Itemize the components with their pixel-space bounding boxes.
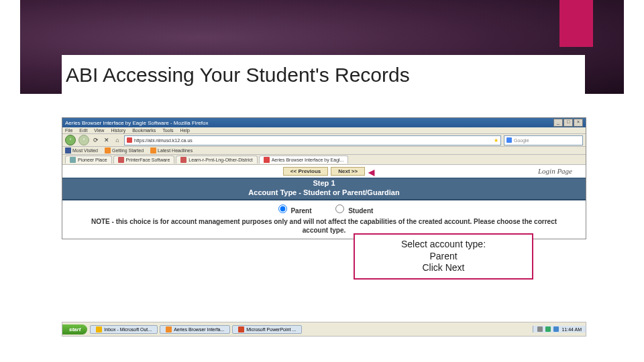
- windows-taskbar: start Inbox - Microsoft Out... Aeries Br…: [62, 322, 586, 337]
- favicon-icon: [127, 137, 132, 143]
- pager-row: << Previous Next >> ◀ Login Page: [62, 165, 586, 178]
- tab-4-active[interactable]: Aeries Browser Interface by Eagl...: [259, 156, 349, 164]
- rss-icon: [150, 147, 156, 154]
- address-bar[interactable]: https://abi.nlmusd.k12.ca.us ★: [124, 135, 501, 145]
- slide: ABI Accessing Your Student's Records Aer…: [0, 0, 644, 362]
- search-engine-icon: [506, 137, 512, 143]
- radio-parent-input[interactable]: [278, 204, 287, 213]
- browser-screenshot: Aeries Browser Interface by Eagle Softwa…: [62, 117, 586, 239]
- callout-line-1: Select account type:: [358, 239, 529, 251]
- tray-icon[interactable]: [545, 326, 551, 332]
- bookmark-latest-headlines[interactable]: Latest Headlines: [150, 147, 193, 154]
- back-icon[interactable]: ‹: [65, 135, 76, 145]
- callout-line-2: Parent: [358, 251, 529, 263]
- tray-icon[interactable]: [553, 326, 559, 332]
- menu-tools[interactable]: Tools: [162, 128, 173, 133]
- menu-edit[interactable]: Edit: [79, 128, 87, 133]
- forward-icon[interactable]: ›: [78, 135, 89, 145]
- accent-tab: [559, 0, 593, 47]
- stop-icon[interactable]: ✕: [103, 136, 111, 144]
- nav-toolbar: ‹ › ⟳ ✕ ⌂ https://abi.nlmusd.k12.ca.us ★…: [62, 134, 586, 147]
- clock: 11:44 AM: [561, 327, 582, 332]
- search-engine-label: Google: [514, 136, 529, 145]
- taskbar-item-powerpoint[interactable]: Microsoft PowerPoint ...: [232, 325, 302, 334]
- app-icon: [238, 326, 244, 333]
- window-title: Aeries Browser Interface by Eagle Softwa…: [65, 120, 208, 126]
- instruction-callout: Select account type: Parent Click Next: [354, 233, 533, 280]
- tab-icon: [180, 157, 186, 163]
- next-button[interactable]: Next >>: [331, 167, 365, 176]
- bookmark-star-icon[interactable]: ★: [494, 136, 498, 145]
- window-titlebar: Aeries Browser Interface by Eagle Softwa…: [62, 118, 586, 127]
- system-tray: 11:44 AM: [533, 326, 586, 333]
- folder-icon: [65, 147, 71, 154]
- address-text: https://abi.nlmusd.k12.ca.us: [134, 136, 193, 145]
- search-box[interactable]: Google: [504, 135, 583, 145]
- tab-1[interactable]: Pioneer Place: [65, 156, 112, 164]
- login-page-label: Login Page: [538, 167, 572, 175]
- bookmark-getting-started[interactable]: Getting Started: [105, 147, 144, 154]
- tray-icon[interactable]: [537, 326, 543, 332]
- step-heading: Step 1: [62, 178, 586, 188]
- callout-arrow-icon: ◀: [368, 168, 374, 177]
- radio-student[interactable]: Student: [332, 207, 373, 215]
- close-icon[interactable]: ×: [574, 119, 583, 127]
- tab-icon: [264, 157, 270, 163]
- menu-view[interactable]: View: [94, 128, 104, 133]
- tab-icon: [70, 157, 76, 163]
- page-icon: [105, 147, 111, 154]
- taskbar-item-outlook[interactable]: Inbox - Microsoft Out...: [90, 325, 158, 334]
- minimize-icon[interactable]: _: [553, 119, 563, 127]
- previous-button[interactable]: << Previous: [283, 167, 328, 176]
- menu-help[interactable]: Help: [180, 128, 190, 133]
- radio-parent[interactable]: Parent: [275, 207, 312, 215]
- home-icon[interactable]: ⌂: [113, 136, 121, 144]
- tab-2[interactable]: PrinterFace Software: [113, 156, 175, 164]
- menu-history[interactable]: History: [111, 128, 125, 133]
- tab-3[interactable]: Learn-r-Prnt-Lng-Other-District: [176, 156, 257, 164]
- bookmarks-bar: Most Visited Getting Started Latest Head…: [62, 147, 586, 155]
- page-content: << Previous Next >> ◀ Login Page Step 1 …: [62, 165, 586, 239]
- window-buttons: _ □ ×: [553, 119, 583, 127]
- callout-line-3: Click Next: [358, 262, 529, 274]
- maximize-icon[interactable]: □: [564, 119, 573, 127]
- tabs-bar: Pioneer Place PrinterFace Software Learn…: [62, 155, 586, 165]
- slide-title: ABI Accessing Your Student's Records: [62, 55, 585, 95]
- taskbar-item-browser[interactable]: Aeries Browser Interfa...: [160, 325, 230, 334]
- menu-file[interactable]: File: [65, 128, 72, 133]
- start-button[interactable]: start: [62, 324, 87, 335]
- account-type-radios: Parent Student: [62, 200, 586, 217]
- menubar: File Edit View History Bookmarks Tools H…: [62, 127, 586, 134]
- app-icon: [166, 326, 172, 333]
- reload-icon[interactable]: ⟳: [92, 136, 100, 144]
- app-icon: [96, 326, 102, 333]
- tab-icon: [118, 157, 124, 163]
- radio-student-input[interactable]: [335, 204, 344, 213]
- bookmark-most-visited[interactable]: Most Visited: [65, 147, 98, 154]
- step-subtitle: Account Type - Student or Parent/Guardia…: [62, 188, 586, 200]
- menu-bookmarks[interactable]: Bookmarks: [132, 128, 156, 133]
